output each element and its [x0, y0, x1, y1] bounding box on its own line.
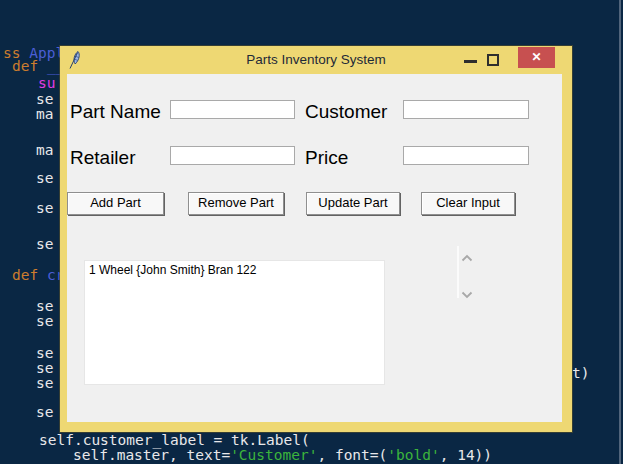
- maximize-button[interactable]: [487, 54, 499, 66]
- code-fragment: ma: [36, 143, 53, 158]
- code-fragment: self.master, text='Customer', font=('bol…: [73, 448, 492, 463]
- code-fragment: se: [36, 314, 53, 329]
- titlebar[interactable]: Parts Inventory System ✕: [60, 46, 572, 74]
- part-name-input[interactable]: [170, 100, 295, 119]
- code-fragment: self.customer_label = tk.Label(: [39, 433, 310, 448]
- scrollbar-up-icon[interactable]: [461, 248, 473, 256]
- scrollbar-down-icon[interactable]: [461, 285, 473, 293]
- code-fragment: se: [36, 237, 53, 252]
- code-fragment: ma: [36, 107, 53, 122]
- update-part-button[interactable]: Update Part: [306, 192, 400, 215]
- price-label: Price: [305, 147, 348, 169]
- part-name-label: Part Name: [70, 101, 161, 123]
- code-fragment: se: [36, 299, 53, 314]
- code-fragment: se: [36, 361, 53, 376]
- listbox-scrollbar[interactable]: [457, 246, 479, 298]
- code-fragment: se: [36, 376, 53, 391]
- parts-inventory-window: Parts Inventory System ✕ Part Name Custo…: [60, 46, 572, 432]
- close-button[interactable]: ✕: [518, 47, 555, 68]
- add-part-button[interactable]: Add Part: [67, 192, 164, 215]
- window-content: Part Name Customer Retailer Price Add Pa…: [67, 74, 562, 422]
- clear-input-button[interactable]: Clear Input: [421, 192, 515, 215]
- code-fragment: se: [36, 405, 53, 420]
- code-fragment: def __: [12, 59, 64, 74]
- customer-label: Customer: [305, 101, 387, 123]
- code-fragment: su: [38, 76, 55, 91]
- code-fragment: se: [36, 171, 53, 186]
- list-item[interactable]: 1 Wheel {John Smith} Bran 122: [85, 261, 384, 277]
- parts-listbox[interactable]: 1 Wheel {John Smith} Bran 122: [84, 260, 385, 385]
- customer-input[interactable]: [403, 100, 529, 119]
- code-fragment: se: [36, 201, 53, 216]
- price-input[interactable]: [403, 146, 529, 165]
- retailer-label: Retailer: [70, 147, 135, 169]
- code-fragment: def cr: [12, 268, 64, 283]
- editor-scrollbar[interactable]: [619, 0, 621, 464]
- scrollbar-track[interactable]: [457, 246, 459, 298]
- screen: ss Appldef __susemamasesesedef crseseses…: [0, 0, 623, 464]
- code-fragment: se: [36, 346, 53, 361]
- code-fragment: t): [572, 366, 589, 381]
- remove-part-button[interactable]: Remove Part: [188, 192, 284, 215]
- code-fragment: se: [36, 92, 53, 107]
- retailer-input[interactable]: [170, 146, 295, 165]
- minimize-button[interactable]: [464, 60, 477, 63]
